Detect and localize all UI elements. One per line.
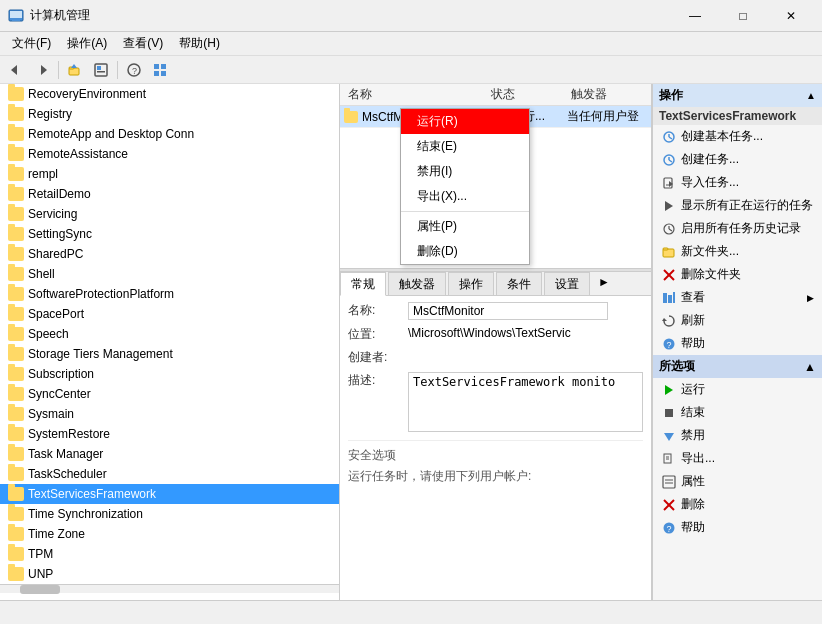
framework-label: TextServicesFramework: [653, 107, 822, 125]
tree-item-servicing[interactable]: Servicing: [0, 204, 339, 224]
tree-item-storage-tiers[interactable]: Storage Tiers Management: [0, 344, 339, 364]
horiz-scroll-thumb[interactable]: [20, 585, 60, 594]
tree-item-rempl[interactable]: rempl: [0, 164, 339, 184]
right-action-help-framework[interactable]: ? 帮助: [653, 332, 822, 355]
tree-item-retaildemo[interactable]: RetailDemo: [0, 184, 339, 204]
tab-actions[interactable]: 操作: [448, 272, 494, 295]
tree-item-registry[interactable]: Registry: [0, 104, 339, 124]
folder-icon: [8, 167, 24, 181]
toolbar-sep1: [58, 61, 59, 79]
tree-item-label: SoftwareProtectionPlatform: [28, 287, 174, 301]
horizontal-scrollbar[interactable]: [0, 584, 339, 593]
tree-item-unp[interactable]: UNP: [0, 564, 339, 584]
tree-item-time-sync[interactable]: Time Synchronization: [0, 504, 339, 524]
right-action-refresh[interactable]: 刷新: [653, 309, 822, 332]
right-action-view[interactable]: 查看 ▶: [653, 286, 822, 309]
properties-button[interactable]: [89, 59, 113, 81]
collapse-selected-icon[interactable]: ▲: [804, 360, 816, 374]
tab-general[interactable]: 常规: [340, 272, 386, 296]
context-menu-disable[interactable]: 禁用(I): [401, 159, 529, 184]
folder-icon: [8, 147, 24, 161]
tree-item-label: SyncCenter: [28, 387, 91, 401]
tree-item-shell[interactable]: Shell: [0, 264, 339, 284]
enable-history-label: 启用所有任务历史记录: [681, 220, 801, 237]
create-task-label: 创建任务...: [681, 151, 739, 168]
toolbar: ?: [0, 56, 822, 84]
help-framework-label: 帮助: [681, 335, 705, 352]
close-button[interactable]: ✕: [768, 0, 814, 32]
tab-more[interactable]: ►: [592, 272, 616, 295]
folder-icon: [8, 447, 24, 461]
middle-pane: 名称 状态 触发器 MsCtfMonitor 正在运行... 当任何用户登 运行…: [340, 84, 652, 600]
context-menu-properties[interactable]: 属性(P): [401, 214, 529, 239]
right-action-export[interactable]: 导出...: [653, 447, 822, 470]
right-action-create-basic[interactable]: 创建基本任务...: [653, 125, 822, 148]
tab-conditions[interactable]: 条件: [496, 272, 542, 295]
right-action-delete-folder[interactable]: 删除文件夹: [653, 263, 822, 286]
tree-item-tpm[interactable]: TPM: [0, 544, 339, 564]
right-action-properties[interactable]: 属性: [653, 470, 822, 493]
maximize-button[interactable]: □: [720, 0, 766, 32]
folder-icon: [8, 247, 24, 261]
tree-item-remoteapp[interactable]: RemoteApp and Desktop Conn: [0, 124, 339, 144]
props-sel-label: 属性: [681, 473, 705, 490]
tab-triggers[interactable]: 触发器: [388, 272, 446, 295]
right-action-show-running[interactable]: 显示所有正在运行的任务: [653, 194, 822, 217]
menu-bar: 文件(F) 操作(A) 查看(V) 帮助(H): [0, 32, 822, 56]
tree-item-timezone[interactable]: Time Zone: [0, 524, 339, 544]
menu-action[interactable]: 操作(A): [59, 33, 115, 54]
right-action-create-task[interactable]: 创建任务...: [653, 148, 822, 171]
tree-item-taskmanager[interactable]: Task Manager: [0, 444, 339, 464]
right-action-disable[interactable]: 禁用: [653, 424, 822, 447]
tree-item-sysmain[interactable]: Sysmain: [0, 404, 339, 424]
tree-item-settingsync[interactable]: SettingSync: [0, 224, 339, 244]
window-title: 计算机管理: [30, 7, 672, 24]
tree-item-subscription[interactable]: Subscription: [0, 364, 339, 384]
folder-icon: [8, 387, 24, 401]
forward-button[interactable]: [30, 59, 54, 81]
tree-item-systemrestore[interactable]: SystemRestore: [0, 424, 339, 444]
task-row-trigger: 当任何用户登: [567, 108, 647, 125]
folder-up-button[interactable]: [63, 59, 87, 81]
right-action-run[interactable]: 运行: [653, 378, 822, 401]
run-sel-icon: [661, 382, 677, 398]
tree-item-taskscheduler[interactable]: TaskScheduler: [0, 464, 339, 484]
refresh-label: 刷新: [681, 312, 705, 329]
menu-file[interactable]: 文件(F): [4, 33, 59, 54]
detail-tabs: 常规 触发器 操作 条件 设置 ►: [340, 272, 651, 296]
right-action-help-sel[interactable]: ? 帮助: [653, 516, 822, 539]
delete-sel-icon: [661, 497, 677, 513]
back-button[interactable]: [4, 59, 28, 81]
detail-desc-textarea[interactable]: TextServicesFramework monito: [408, 372, 643, 432]
task-list-header: 名称 状态 触发器: [340, 84, 651, 106]
tab-settings[interactable]: 设置: [544, 272, 590, 295]
context-menu-run[interactable]: 运行(R): [401, 109, 529, 134]
tree-item-spaceport[interactable]: SpacePort: [0, 304, 339, 324]
collapse-arrow-icon[interactable]: ▲: [806, 90, 816, 101]
tree-item-remoteassistance[interactable]: RemoteAssistance: [0, 144, 339, 164]
right-action-new-folder[interactable]: 新文件夹...: [653, 240, 822, 263]
minimize-button[interactable]: —: [672, 0, 718, 32]
folder-new-icon: [661, 244, 677, 260]
context-menu-export[interactable]: 导出(X)...: [401, 184, 529, 209]
help-button[interactable]: ?: [122, 59, 146, 81]
detail-name-input[interactable]: [408, 302, 608, 320]
tree-item-softwareprotection[interactable]: SoftwareProtectionPlatform: [0, 284, 339, 304]
menu-help[interactable]: 帮助(H): [171, 33, 228, 54]
context-menu-end[interactable]: 结束(E): [401, 134, 529, 159]
right-action-enable-history[interactable]: 启用所有任务历史记录: [653, 217, 822, 240]
right-action-delete[interactable]: 删除: [653, 493, 822, 516]
menu-view[interactable]: 查看(V): [115, 33, 171, 54]
view-icon: [661, 290, 677, 306]
folder-icon: [8, 227, 24, 241]
tree-item-speech[interactable]: Speech: [0, 324, 339, 344]
tree-item-synccenter[interactable]: SyncCenter: [0, 384, 339, 404]
show-button[interactable]: [148, 59, 172, 81]
tree-item-sharedpc[interactable]: SharedPC: [0, 244, 339, 264]
context-menu-delete[interactable]: 删除(D): [401, 239, 529, 264]
folder-icon: [8, 307, 24, 321]
right-action-import[interactable]: 导入任务...: [653, 171, 822, 194]
right-action-end[interactable]: 结束: [653, 401, 822, 424]
tree-item-textservices[interactable]: TextServicesFramework: [0, 484, 339, 504]
tree-item-recoveryenvironment[interactable]: RecoveryEnvironment: [0, 84, 339, 104]
